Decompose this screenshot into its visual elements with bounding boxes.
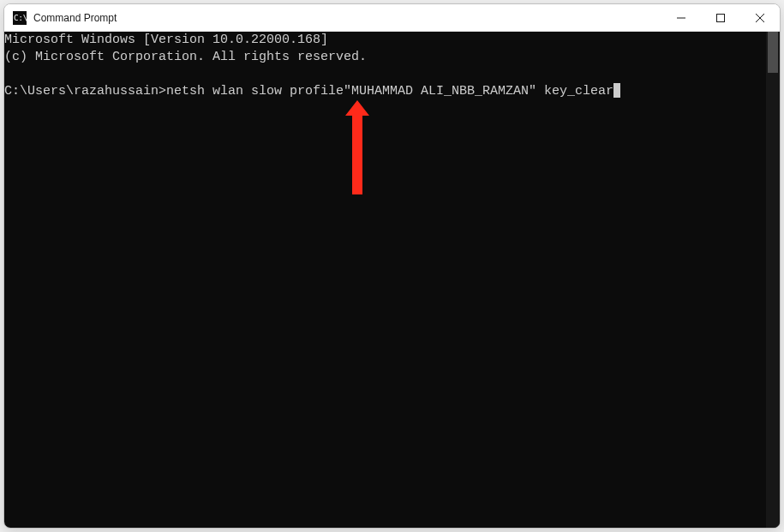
prompt-text: C:\Users\razahussain> [4, 84, 166, 99]
cmd-window: C:\ Command Prompt Micr [3, 3, 781, 529]
command-text: netsh wlan slow profile"MUHAMMAD ALI_NBB… [166, 84, 613, 99]
minimize-button[interactable] [661, 4, 701, 31]
window-title: Command Prompt [33, 12, 661, 24]
maximize-button[interactable] [701, 4, 740, 31]
titlebar[interactable]: C:\ Command Prompt [4, 4, 780, 32]
terminal-output: Microsoft Windows [Version 10.0.22000.16… [4, 32, 780, 100]
close-icon [756, 14, 764, 22]
vertical-scrollbar[interactable] [766, 32, 780, 528]
minimize-icon [677, 14, 685, 22]
cmd-icon: C:\ [13, 11, 27, 25]
scrollbar-thumb[interactable] [768, 32, 778, 73]
copyright-line: (c) Microsoft Corporation. All rights re… [4, 50, 367, 64]
maximize-icon [716, 14, 725, 22]
terminal-area[interactable]: Microsoft Windows [Version 10.0.22000.16… [4, 32, 780, 528]
svg-rect-3 [717, 14, 725, 21]
version-line: Microsoft Windows [Version 10.0.22000.16… [4, 33, 328, 47]
close-button[interactable] [740, 4, 780, 31]
text-cursor [613, 83, 620, 98]
window-controls [661, 4, 780, 31]
svg-text:C:\: C:\ [14, 14, 27, 22]
